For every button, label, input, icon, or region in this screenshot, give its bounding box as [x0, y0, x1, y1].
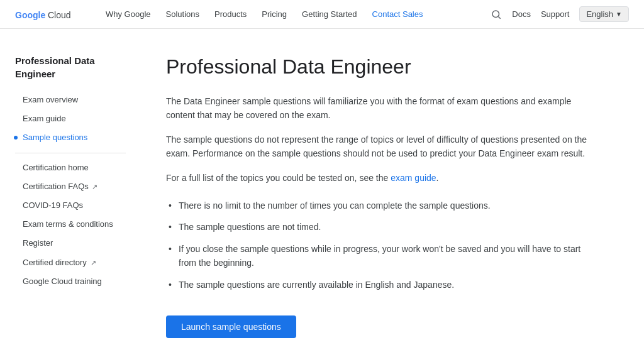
nav-pricing[interactable]: Pricing: [262, 9, 287, 19]
nav-links: Why Google Solutions Products Pricing Ge…: [106, 9, 491, 19]
launch-sample-questions-button[interactable]: Launch sample questions: [166, 315, 296, 338]
svg-line-3: [499, 16, 501, 18]
intro-para-3: For a full list of the topics you could …: [166, 171, 594, 185]
sidebar-divider: [15, 153, 126, 153]
sidebar-item-exam-overview[interactable]: Exam overview: [15, 90, 126, 109]
list-item: The sample questions are currently avail…: [166, 274, 594, 295]
sidebar: Professional Data Engineer Exam overview…: [15, 54, 141, 338]
list-item: The sample questions are not timed.: [166, 216, 594, 238]
nav-why-google[interactable]: Why Google: [106, 9, 151, 19]
bullet-list: There is no limit to the number of times…: [166, 195, 594, 295]
language-button[interactable]: English ▼: [579, 6, 629, 22]
nav-getting-started[interactable]: Getting Started: [302, 9, 357, 19]
sidebar-title: Professional Data Engineer: [15, 54, 126, 80]
sidebar-item-certification-faqs[interactable]: Certification FAQs ↗: [15, 177, 126, 196]
sidebar-item-certified-directory[interactable]: Certified directory ↗: [15, 253, 126, 272]
sidebar-item-certification-home[interactable]: Certification home: [15, 158, 126, 177]
certified-directory-label: Certified directory: [23, 258, 87, 267]
chevron-down-icon: ▼: [616, 11, 622, 18]
nav-right: Docs Support English ▼: [491, 6, 629, 22]
nav-solutions[interactable]: Solutions: [166, 9, 199, 19]
para3-prefix: For a full list of the topics you could …: [166, 173, 391, 183]
svg-point-2: [492, 11, 499, 18]
logo[interactable]: Google Cloud: [15, 6, 91, 23]
sidebar-item-sample-questions[interactable]: Sample questions: [15, 128, 126, 147]
sidebar-item-exam-terms[interactable]: Exam terms & conditions: [15, 215, 126, 234]
nav-contact-sales[interactable]: Contact Sales: [372, 9, 423, 19]
search-icon[interactable]: [491, 9, 502, 20]
svg-text:Google: Google: [15, 10, 45, 20]
sidebar-item-exam-guide[interactable]: Exam guide: [15, 109, 126, 128]
certification-faqs-label: Certification FAQs: [23, 182, 89, 191]
external-link-icon-2: ↗: [91, 259, 96, 266]
top-nav: Google Cloud Why Google Solutions Produc…: [0, 0, 644, 29]
main-content: Professional Data Engineer The Data Engi…: [141, 54, 594, 338]
nav-products[interactable]: Products: [214, 9, 247, 19]
svg-text:Cloud: Cloud: [48, 10, 71, 20]
intro-para-2: The sample questions do not represent th…: [166, 133, 594, 161]
nav-support[interactable]: Support: [541, 9, 570, 19]
list-item: If you close the sample questions while …: [166, 238, 594, 274]
sidebar-nav: Exam overview Exam guide Sample question…: [15, 90, 126, 291]
main-layout: Professional Data Engineer Exam overview…: [0, 29, 644, 340]
para3-suffix: .: [436, 173, 439, 183]
list-item: There is no limit to the number of times…: [166, 195, 594, 216]
nav-docs[interactable]: Docs: [512, 9, 531, 19]
language-label: English: [586, 9, 613, 19]
external-link-icon: ↗: [92, 183, 97, 190]
exam-guide-link[interactable]: exam guide: [391, 173, 436, 183]
sidebar-item-covid-faqs[interactable]: COVID-19 FAQs: [15, 196, 126, 215]
page-title: Professional Data Engineer: [166, 54, 594, 79]
sidebar-item-google-cloud-training[interactable]: Google Cloud training: [15, 272, 126, 291]
intro-para-1: The Data Engineer sample questions will …: [166, 94, 594, 123]
sidebar-item-register[interactable]: Register: [15, 234, 126, 253]
